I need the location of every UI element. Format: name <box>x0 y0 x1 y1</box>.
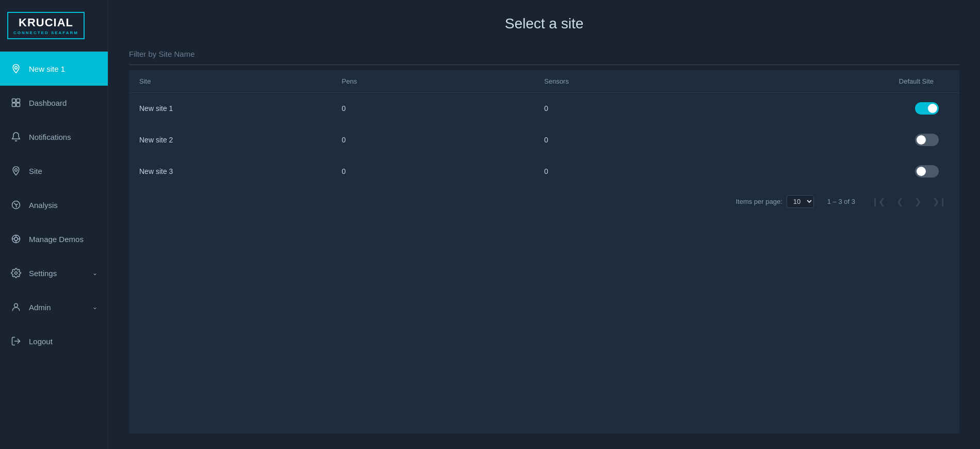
sidebar-item-notifications-label: Notifications <box>29 133 71 141</box>
table-header: Site Pens Sensors Default Site <box>129 70 959 93</box>
sidebar-item-dashboard-label: Dashboard <box>29 99 67 107</box>
toggle-slider-2 <box>915 134 939 146</box>
analysis-icon <box>10 199 22 211</box>
logo-subtitle-brand: SEAFARM <box>51 30 78 35</box>
toggle-default-site-1[interactable] <box>915 102 939 115</box>
settings-chevron-icon: ⌄ <box>92 269 97 277</box>
sidebar-item-admin-label: Admin <box>29 303 51 312</box>
gear-icon <box>10 267 22 279</box>
dashboard-icon <box>10 97 22 108</box>
sidebar-item-manage-demos-label: Manage Demos <box>29 235 84 244</box>
logout-icon <box>10 335 22 347</box>
pin-icon <box>10 165 22 177</box>
cell-pens-3: 0 <box>342 167 545 175</box>
sidebar-item-admin[interactable]: Admin ⌄ <box>0 290 108 324</box>
svg-point-13 <box>15 272 18 275</box>
logo-box: KRUCIAL CONNECTED SEAFARM <box>7 12 85 39</box>
admin-icon <box>10 301 22 313</box>
toggle-default-site-3[interactable] <box>915 165 939 178</box>
main-content: Select a site Site Pens Sensors Default … <box>108 0 980 449</box>
sidebar-item-logout[interactable]: Logout <box>0 324 108 358</box>
sidebar-item-new-site-1-label: New site 1 <box>29 65 65 73</box>
table-row: New site 2 0 0 <box>129 124 959 156</box>
sites-table: Site Pens Sensors Default Site New site … <box>129 70 959 434</box>
cell-site-2: New site 2 <box>139 136 342 144</box>
items-per-page-select[interactable]: 10 5 25 50 <box>787 195 814 208</box>
svg-rect-2 <box>17 99 20 103</box>
prev-page-button[interactable]: ❮ <box>893 195 906 209</box>
cell-default-2 <box>747 134 950 146</box>
svg-point-8 <box>14 237 18 241</box>
svg-point-0 <box>15 67 18 69</box>
filter-area <box>129 47 959 65</box>
items-per-page-label: Items per page: <box>736 198 782 205</box>
table-row: New site 1 0 0 <box>129 93 959 124</box>
logo-subtitle: CONNECTED SEAFARM <box>13 30 78 35</box>
svg-point-14 <box>14 303 18 307</box>
sidebar-item-settings[interactable]: Settings ⌄ <box>0 256 108 290</box>
sidebar-item-new-site-1[interactable]: New site 1 <box>0 52 108 86</box>
col-header-default-site: Default Site <box>747 77 950 85</box>
page-title: Select a site <box>129 15 959 32</box>
cell-default-1 <box>747 102 950 115</box>
filter-input[interactable] <box>129 47 959 60</box>
next-page-button[interactable]: ❯ <box>911 195 924 209</box>
col-header-pens: Pens <box>342 77 545 85</box>
toggle-default-site-2[interactable] <box>915 134 939 146</box>
items-per-page-control: Items per page: 10 5 25 50 <box>736 195 813 208</box>
bell-icon <box>10 131 22 142</box>
toggle-slider-3 <box>915 165 939 178</box>
logo-subtitle-pre: CONNECTED <box>13 30 51 35</box>
last-page-button[interactable]: ❯❙ <box>929 195 949 209</box>
location-icon <box>10 63 22 74</box>
col-header-sensors: Sensors <box>544 77 747 85</box>
svg-point-5 <box>15 169 18 171</box>
sidebar-item-logout-label: Logout <box>29 337 53 346</box>
cell-sensors-2: 0 <box>544 136 747 144</box>
cell-pens-2: 0 <box>342 136 545 144</box>
table-row: New site 3 0 0 <box>129 156 959 187</box>
cell-sensors-3: 0 <box>544 167 747 175</box>
col-header-site: Site <box>139 77 342 85</box>
first-page-button[interactable]: ❙❮ <box>869 195 888 209</box>
svg-rect-4 <box>17 103 20 107</box>
sidebar-item-analysis[interactable]: Analysis <box>0 188 108 222</box>
page-info: 1 – 3 of 3 <box>827 198 855 205</box>
logo-area: KRUCIAL CONNECTED SEAFARM <box>0 0 108 52</box>
cell-default-3 <box>747 165 950 178</box>
svg-rect-1 <box>12 99 16 103</box>
cell-site-1: New site 1 <box>139 104 342 113</box>
sidebar-item-manage-demos[interactable]: Manage Demos <box>0 222 108 256</box>
star-icon <box>10 233 22 245</box>
sidebar: KRUCIAL CONNECTED SEAFARM New site 1 Das… <box>0 0 108 449</box>
admin-chevron-icon: ⌄ <box>92 303 97 311</box>
svg-rect-3 <box>12 103 16 107</box>
pagination: Items per page: 10 5 25 50 1 – 3 of 3 ❙❮… <box>129 187 959 216</box>
sidebar-item-dashboard[interactable]: Dashboard <box>0 86 108 120</box>
sidebar-item-site-label: Site <box>29 167 42 175</box>
logo-title: KRUCIAL <box>19 16 73 29</box>
toggle-slider-1 <box>915 102 939 115</box>
sidebar-item-settings-label: Settings <box>29 269 57 278</box>
sidebar-item-notifications[interactable]: Notifications <box>0 120 108 154</box>
cell-sensors-1: 0 <box>544 104 747 113</box>
sidebar-item-analysis-label: Analysis <box>29 201 58 210</box>
sidebar-item-site[interactable]: Site <box>0 154 108 188</box>
cell-site-3: New site 3 <box>139 167 342 175</box>
cell-pens-1: 0 <box>342 104 545 113</box>
